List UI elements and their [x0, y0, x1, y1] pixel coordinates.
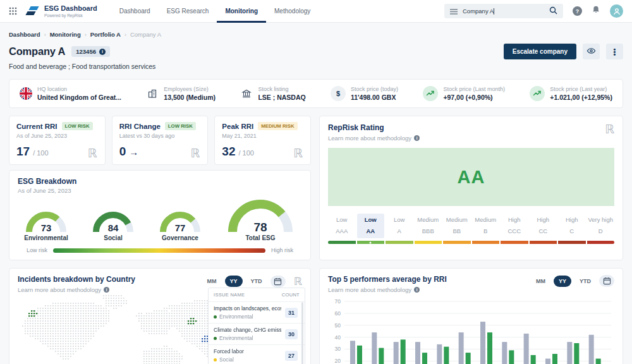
rating-scale-item-c[interactable]: HighC — [558, 214, 586, 244]
issue-category: Social — [214, 356, 281, 363]
bar-top5-3[interactable] — [401, 339, 406, 364]
bar-top5-1[interactable] — [357, 346, 362, 364]
breadcrumb-item-dashboard[interactable]: Dashboard — [9, 31, 40, 38]
bar-portfolio-3[interactable] — [394, 342, 399, 364]
count-header: COUNT — [282, 292, 300, 298]
account-avatar[interactable] — [610, 4, 623, 18]
risk-badge: LOW RISK — [62, 122, 93, 130]
rating-scale-item-b[interactable]: MediumB — [472, 214, 500, 244]
period-toggle-mm[interactable]: MM — [202, 276, 222, 287]
rating-scale-item-aaa[interactable]: LowAAA — [328, 214, 356, 244]
bar-portfolio-8[interactable] — [502, 342, 507, 364]
app-grid-icon[interactable] — [9, 7, 17, 15]
rating-bar-segment — [530, 241, 557, 244]
rri-value-suffix: / 100 — [238, 149, 253, 157]
rating-scale-item-bbb[interactable]: MediumBBB — [415, 214, 442, 244]
reprisk-logo: ℝ — [190, 146, 200, 160]
methodology-link[interactable]: Learn more about methodologyi — [328, 135, 614, 142]
bar-portfolio-12[interactable] — [589, 335, 594, 364]
app-logo[interactable]: ESG Dashboard Powered by RepRisk — [25, 5, 97, 18]
info-texts: Stock price (Last month)+97,00 (+0,90%) — [443, 86, 505, 101]
help-icon[interactable]: ? — [573, 6, 582, 16]
gauge-label: Environmental — [24, 234, 68, 241]
nav-item-esg-research[interactable]: ESG Research — [159, 0, 217, 23]
bar-portfolio-9[interactable] — [524, 334, 529, 364]
bar-portfolio-11[interactable] — [567, 342, 572, 364]
rri-card-date: As of June 25, 2023 — [16, 133, 98, 139]
bar-top5-8[interactable] — [509, 350, 514, 364]
bar-top5-5[interactable] — [444, 347, 449, 364]
bar-portfolio-7[interactable] — [480, 322, 485, 364]
info-value: 11'498.00 GBX — [351, 94, 398, 101]
bar-top5-2[interactable] — [379, 348, 384, 364]
period-toggle-yy[interactable]: YY — [554, 276, 571, 287]
more-options-button[interactable]: ••• — [606, 44, 623, 59]
rating-bar-segment — [357, 241, 385, 244]
rating-bar-segment — [587, 241, 615, 244]
breadcrumb-item-portfolio-a[interactable]: Portfolio A — [90, 31, 121, 38]
info-item-stock-price-today: $Stock price (today)11'498.00 GBX — [331, 86, 398, 101]
bar-portfolio-1[interactable] — [350, 341, 355, 364]
bar-portfolio-6[interactable] — [459, 332, 464, 364]
bar-top5-9[interactable] — [531, 355, 536, 364]
bar-top5-11[interactable] — [574, 343, 579, 364]
bar-top5-7[interactable] — [487, 332, 492, 364]
period-toggle-ytd[interactable]: YTD — [574, 276, 596, 287]
watch-company-button[interactable] — [583, 44, 600, 59]
breadcrumb-item-monitoring[interactable]: Monitoring — [50, 31, 81, 38]
search-input[interactable]: Company A — [444, 4, 563, 18]
info-texts: Stock listingLSE ; NASDAQ — [258, 86, 305, 101]
table-scrollbar[interactable] — [301, 302, 303, 364]
reprisk-logo: ℝ — [605, 122, 614, 136]
category-label: Social — [219, 356, 234, 363]
calendar-icon-button[interactable] — [599, 275, 614, 287]
rating-scale-item-aa[interactable]: LowAA — [357, 214, 385, 244]
bar-top5-4[interactable] — [422, 353, 427, 364]
info-texts: HQ locationUnited Kingdom of Great... — [37, 86, 121, 101]
nav-item-dashboard[interactable]: Dashboard — [111, 0, 159, 23]
rating-grade-label: C — [558, 228, 586, 234]
rating-scale-item-cc[interactable]: HighCC — [530, 214, 557, 244]
bar-top5-6[interactable] — [466, 353, 471, 364]
methodology-link[interactable]: Learn more about methodologyi — [328, 286, 447, 293]
info-item-employees-size: Employees (Size)13,500 (Medium) — [146, 86, 216, 101]
bar-top5-10[interactable] — [552, 354, 557, 364]
info-icon[interactable]: i — [99, 49, 106, 55]
arrow-right-icon: → — [129, 147, 138, 157]
issue-row-climate-change-gh[interactable]: Climate change, GHG emissions, and gl...… — [209, 324, 305, 345]
rating-tier-label: Medium — [472, 216, 500, 223]
notifications-bell-icon[interactable] — [592, 5, 600, 17]
issue-row-impacts-on-landsca[interactable]: Impacts on landscapes, ecosystems an...E… — [209, 302, 305, 324]
y-axis-tick-label: 20 — [335, 358, 341, 364]
bar-portfolio-10[interactable] — [545, 359, 550, 364]
esg-gauges: 73Environmental84Social77Governance78Tot… — [18, 194, 302, 241]
y-axis-tick-label: 30 — [335, 346, 341, 352]
info-item-stock-listing: Stock listingLSE ; NASDAQ — [240, 86, 305, 101]
risk-badge: MEDIUM RISK — [258, 122, 297, 130]
rating-scale-item-a[interactable]: LowA — [386, 214, 413, 244]
category-label: Environmental — [219, 313, 253, 320]
nav-item-monitoring[interactable]: Monitoring — [217, 0, 266, 23]
bar-top5-12[interactable] — [596, 359, 601, 364]
rating-bar-segment — [386, 241, 413, 244]
escalate-company-button[interactable]: Escalate company — [504, 44, 576, 59]
rating-scale-item-ccc[interactable]: HighCCC — [501, 214, 528, 244]
rating-marker-dot — [370, 241, 372, 243]
info-icon: i — [414, 135, 420, 141]
calendar-icon-button[interactable] — [270, 276, 286, 288]
eye-icon — [586, 46, 596, 58]
bar-portfolio-2[interactable] — [372, 332, 377, 364]
period-toggle-yy[interactable]: YY — [225, 276, 243, 287]
info-label: Stock price (Last year) — [550, 86, 612, 92]
rating-grade-label: B — [472, 228, 500, 234]
period-toggle-ytd[interactable]: YTD — [246, 276, 267, 287]
bar-portfolio-4[interactable] — [415, 342, 420, 364]
rating-scale-item-bb[interactable]: MediumBB — [443, 214, 471, 244]
bar-portfolio-5[interactable] — [437, 344, 442, 364]
search-icon[interactable] — [549, 6, 557, 17]
period-toggle-mm[interactable]: MM — [531, 276, 550, 287]
rating-scale-item-d[interactable]: Very highD — [587, 214, 615, 244]
nav-item-methodology[interactable]: Methodology — [266, 0, 319, 23]
issue-row-forced-labor[interactable]: Forced laborSocial27 — [209, 345, 305, 364]
risk-gradient-bar — [53, 248, 265, 253]
